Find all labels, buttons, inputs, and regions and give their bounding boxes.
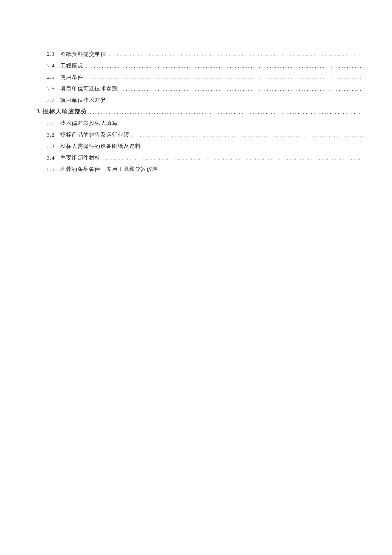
toc-number: 3.3: [37, 143, 60, 150]
toc-entry-section: 3 投标人响应部分: [37, 108, 362, 119]
toc-leader-dots: [106, 97, 362, 104]
toc-number: 2.4: [37, 62, 60, 69]
toc-title: 投标产品的销售及运行业绩: [60, 131, 129, 139]
toc-entry: 3.5 推荐的备品备件、专用工具和仪器仪表: [37, 166, 362, 177]
toc-title: 项目单位可选技术参数: [60, 85, 118, 93]
table-of-contents: 2.3 图纸资料提交单位 2.4 工程概况 2.5 使用条件 2.6 项目单位可…: [37, 50, 362, 177]
toc-title: 图纸资料提交单位: [60, 50, 106, 58]
toc-number: 2.7: [37, 97, 60, 104]
toc-leader-dots: [141, 143, 362, 150]
toc-number: 3.2: [37, 131, 60, 138]
toc-leader-dots: [101, 155, 363, 162]
toc-title: 投标人需提供的设备图纸及资料: [60, 142, 141, 150]
toc-number: 3.4: [37, 154, 60, 161]
toc-entry: 3.2 投标产品的销售及运行业绩: [37, 131, 362, 142]
toc-leader-dots: [158, 166, 363, 173]
toc-number: 3.1: [37, 120, 60, 127]
toc-number: 2.5: [37, 74, 60, 81]
toc-title: 投标人响应部分: [43, 108, 87, 116]
toc-title: 技术偏差表投标人填写: [60, 119, 118, 127]
toc-leader-dots: [106, 51, 362, 58]
toc-leader-dots: [129, 132, 362, 139]
toc-number: 3: [37, 108, 43, 115]
toc-entry: 2.5 使用条件: [37, 73, 362, 85]
toc-leader-dots: [87, 109, 362, 116]
toc-entry: 2.7 项目单位技术差异: [37, 96, 362, 108]
toc-leader-dots: [83, 74, 362, 81]
toc-title: 推荐的备品备件、专用工具和仪器仪表: [60, 166, 158, 173]
toc-entry: 3.4 主要组部件材料: [37, 154, 362, 166]
toc-title: 项目单位技术差异: [60, 96, 106, 104]
toc-entry: 3.1 技术偏差表投标人填写: [37, 119, 362, 131]
toc-number: 2.3: [37, 51, 60, 58]
toc-title: 使用条件: [60, 73, 83, 81]
toc-number: 3.5: [37, 166, 60, 173]
toc-title: 主要组部件材料: [60, 154, 101, 162]
toc-leader-dots: [118, 86, 362, 93]
toc-number: 2.6: [37, 85, 60, 92]
toc-entry: 2.4 工程概况: [37, 62, 362, 73]
toc-entry: 2.3 图纸资料提交单位: [37, 50, 362, 62]
toc-leader-dots: [83, 63, 362, 70]
toc-title: 工程概况: [60, 62, 83, 70]
toc-leader-dots: [118, 120, 362, 127]
toc-entry: 2.6 项目单位可选技术参数: [37, 85, 362, 96]
toc-entry: 3.3 投标人需提供的设备图纸及资料: [37, 142, 362, 154]
